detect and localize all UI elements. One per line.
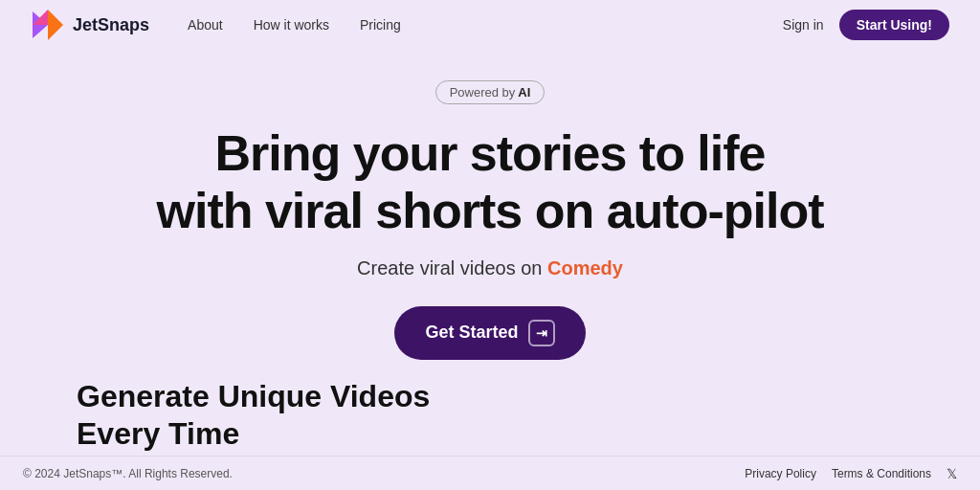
hero-subtitle: Create viral videos on Comedy <box>357 257 623 279</box>
footer-copyright: © 2024 JetSnaps™. All Rights Reserved. <box>23 467 233 480</box>
start-using-button[interactable]: Start Using! <box>839 10 949 40</box>
section-title-line2: Every Time <box>77 416 239 451</box>
hero-title-line1: Bring your stories to life <box>215 125 766 181</box>
nav-about[interactable]: About <box>188 17 223 33</box>
hero-section: Powered by AI Bring your stories to life… <box>0 50 980 360</box>
get-started-button[interactable]: Get Started ⇥ <box>394 306 585 360</box>
hero-title-line2: with viral shorts on auto-pilot <box>157 183 824 238</box>
sign-in-button[interactable]: Sign in <box>783 17 824 33</box>
nav-links: About How it works Pricing <box>188 17 783 33</box>
logo[interactable]: JetSnaps <box>31 8 149 42</box>
terms-link[interactable]: Terms & Conditions <box>832 467 931 480</box>
nav-pricing[interactable]: Pricing <box>360 17 401 33</box>
navbar: JetSnaps About How it works Pricing Sign… <box>0 0 980 50</box>
section-title: Generate Unique Videos Every Time <box>77 378 430 452</box>
powered-prefix: Powered by <box>450 85 516 100</box>
brand-name: JetSnaps <box>73 15 149 35</box>
arrow-icon: ⇥ <box>528 320 555 346</box>
logo-icon <box>31 8 65 42</box>
footer: © 2024 JetSnaps™. All Rights Reserved. P… <box>0 456 980 490</box>
svg-marker-0 <box>48 10 63 40</box>
twitter-icon[interactable]: 𝕏 <box>947 466 957 481</box>
subtitle-prefix: Create viral videos on <box>357 257 542 278</box>
section-title-line1: Generate Unique Videos <box>77 379 430 413</box>
nav-actions: Sign in Start Using! <box>783 10 949 40</box>
ai-label: AI <box>518 85 530 100</box>
privacy-policy-link[interactable]: Privacy Policy <box>745 467 816 480</box>
subtitle-highlight: Comedy <box>547 257 623 278</box>
get-started-label: Get Started <box>425 323 518 343</box>
powered-badge: Powered by AI <box>435 80 546 104</box>
nav-how-it-works[interactable]: How it works <box>254 17 329 33</box>
section-preview: Generate Unique Videos Every Time <box>77 378 430 452</box>
hero-title: Bring your stories to life with viral sh… <box>157 125 824 240</box>
footer-links: Privacy Policy Terms & Conditions 𝕏 <box>745 466 957 481</box>
